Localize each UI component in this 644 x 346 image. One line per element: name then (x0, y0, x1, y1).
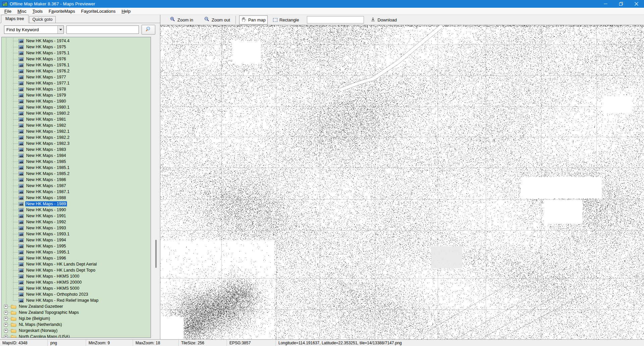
tree-item[interactable]: New HK Maps - 1993.1 (2, 231, 151, 237)
tree-item[interactable]: New HK Maps - 1980.1 (2, 104, 151, 110)
tree-item[interactable]: New HK Maps - 1975 (2, 44, 151, 50)
map-image-icon (18, 298, 24, 303)
tree-item[interactable]: New HK Maps - 1977 (2, 74, 151, 80)
tab-quick-goto[interactable]: Quick goto (29, 16, 56, 23)
menu-tools[interactable]: Tools (30, 8, 46, 14)
tree-item[interactable]: New HK Maps - 1978 (2, 86, 151, 92)
tree-item[interactable]: New HK Maps - 1991 (2, 213, 151, 219)
tree-item[interactable]: New HK Maps - 1982 (2, 122, 151, 128)
download-button[interactable]: Download (369, 15, 399, 24)
map-canvas[interactable] (160, 25, 644, 339)
menu-help[interactable]: Help (118, 8, 133, 14)
expand-icon[interactable]: + (4, 305, 8, 308)
tree-item[interactable]: New HK Maps - 1995.1 (2, 249, 151, 255)
tree-item[interactable]: New HK Maps - 1976 (2, 56, 151, 62)
expand-icon[interactable]: + (4, 329, 8, 333)
tree-item[interactable]: New HK Maps - 1976.2 (2, 68, 151, 74)
tree-item[interactable]: New HK Maps - 1987 (2, 183, 151, 189)
magnifier-icon (146, 26, 152, 34)
tree-item[interactable]: New HK Maps - 1996 (2, 255, 151, 261)
tree-item[interactable]: New HK Maps - 1985.2 (2, 171, 151, 177)
tree-item[interactable]: New HK Maps - 1979 (2, 92, 151, 98)
map-image-icon (18, 148, 24, 152)
tree-item-label: New HK Maps - 1976.2 (25, 68, 70, 74)
zoom-out-button[interactable]: Zoom out (202, 15, 232, 24)
tree-item[interactable]: New HK Maps - 1985.1 (2, 165, 151, 171)
map-image-icon (18, 75, 24, 79)
map-toolbar: Zoom in Zoom out Pan map R (160, 15, 644, 25)
tree-item-label: New HK Maps - 1980.1 (25, 105, 70, 110)
tab-maps-tree[interactable]: Maps tree (1, 15, 29, 23)
expand-icon[interactable]: + (4, 311, 8, 314)
expand-icon[interactable]: + (4, 335, 8, 338)
tree-item[interactable]: New HK Maps - HK Lands Dept Aerial (2, 261, 151, 267)
folder-icon (11, 304, 16, 309)
tree-item[interactable]: New HK Maps - 1983 (2, 147, 151, 153)
tree-item[interactable]: New HK Maps - 1982.3 (2, 140, 151, 147)
tree-connector (13, 119, 18, 120)
search-button[interactable] (142, 25, 155, 35)
tree-item[interactable]: New HK Maps - 1994 (2, 237, 151, 243)
minimize-button[interactable] (598, 0, 613, 8)
menu-favoritelocations[interactable]: FavoriteLocations (78, 8, 119, 14)
rectangle-button[interactable]: Rectangle (271, 16, 301, 24)
tree-item[interactable]: New HK Maps - HKMS 20000 (2, 279, 151, 285)
tree-folder[interactable]: +North Carolina Maps (USA) (2, 334, 151, 338)
menu-favoritemaps[interactable]: FavoriteMaps (46, 8, 78, 14)
tree-scrollbar-thumb[interactable] (155, 240, 157, 268)
map-image-icon (18, 190, 24, 194)
tree-scrollbar[interactable] (153, 37, 159, 338)
tree-item[interactable]: New HK Maps - 1984 (2, 153, 151, 159)
tree-item[interactable]: New HK Maps - 1985 (2, 159, 151, 165)
tree-folder[interactable]: +Ngi.be (Belgium) (2, 315, 151, 322)
tree-item[interactable]: New HK Maps - 1975.1 (2, 50, 151, 56)
menu-file[interactable]: File (1, 8, 14, 14)
tree-item[interactable]: New HK Maps - 1981 (2, 116, 151, 122)
tree-item[interactable]: New HK Maps - 1992 (2, 219, 151, 225)
tree-item[interactable]: New HK Maps - 1986 (2, 177, 151, 183)
zoom-in-button[interactable]: Zoom in (168, 15, 195, 24)
tree-item[interactable]: New HK Maps - 1990 (2, 207, 151, 213)
tree-item[interactable]: New HK Maps - HKMS 1000 (2, 273, 151, 279)
tree-item[interactable]: New HK Maps - HK Lands Dept Topo (2, 267, 151, 273)
tree-item[interactable]: New HK Maps - 1989 (2, 201, 151, 207)
tree-connector (13, 65, 18, 65)
close-button[interactable] (629, 0, 644, 8)
tree-item-label: New HK Maps - 1975 (25, 44, 67, 50)
tree-folder[interactable]: +New Zealand Topographic Maps (2, 309, 151, 315)
keyword-input[interactable] (66, 25, 139, 34)
find-mode-select[interactable]: Find by Keyword (4, 25, 64, 34)
tree-item[interactable]: New HK Maps - 1982.1 (2, 128, 151, 134)
tree-item[interactable]: New HK Maps - 1993 (2, 225, 151, 231)
tree-item[interactable]: New HK Maps - 1982.2 (2, 134, 151, 140)
tree-folder-label: New Zealand Topographic Maps (18, 310, 80, 315)
tree-item[interactable]: New HK Maps - 1974.4 (2, 38, 151, 44)
tree-folder[interactable]: +NL Maps (Netherlands) (2, 322, 151, 328)
expand-icon[interactable]: + (4, 317, 8, 321)
tree-folder[interactable]: +New Zealand Gazetteer (2, 303, 151, 309)
tree-item[interactable]: New HK Maps - 1988 (2, 195, 151, 201)
tree-connector (13, 246, 18, 246)
tree-item[interactable]: New HK Maps - 1987.1 (2, 189, 151, 195)
tree-item[interactable]: New HK Maps - 1976.1 (2, 62, 151, 68)
tree-item[interactable]: New HK Maps - 1980 (2, 98, 151, 104)
tree-item[interactable]: New HK Maps - Red Relief Image Map (2, 297, 151, 303)
expand-icon[interactable]: + (4, 323, 8, 327)
download-path-input[interactable] (307, 16, 364, 23)
map-panel: Zoom in Zoom out Pan map R (160, 15, 644, 339)
chevron-down-icon[interactable] (57, 26, 63, 34)
tree-item-label: New HK Maps - 1977 (25, 74, 67, 80)
restore-button[interactable] (613, 0, 629, 8)
tree-folder[interactable]: +Norgeskart (Norway) (2, 328, 151, 334)
rectangle-icon (273, 18, 277, 22)
tree-connector (8, 325, 10, 325)
tree-item[interactable]: New HK Maps - 1977.1 (2, 80, 151, 86)
pan-map-button[interactable]: Pan map (239, 15, 268, 24)
tree-item[interactable]: New HK Maps - 1995 (2, 243, 151, 249)
menu-misc[interactable]: Misc (14, 8, 30, 14)
tree-connector (13, 41, 18, 41)
tree-item[interactable]: New HK Maps - HKMS 5000 (2, 285, 151, 291)
tree-connector (13, 258, 18, 258)
tree-item[interactable]: New HK Maps - Orthophoto 2023 (2, 291, 151, 297)
tree-item[interactable]: New HK Maps - 1980.2 (2, 110, 151, 116)
